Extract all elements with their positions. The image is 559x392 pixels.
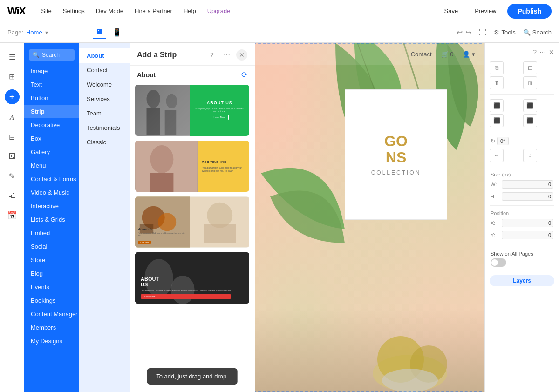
close-panel-icon[interactable]: ✕ (549, 48, 554, 56)
redo-icon[interactable]: ↪ (465, 28, 471, 37)
components-icon[interactable]: ⊞ (4, 68, 20, 85)
thumb3-desc: I'm a paragraph. Click here to add your … (138, 232, 187, 237)
nav-help[interactable]: Help (183, 6, 197, 16)
sub-item-services[interactable]: Services (79, 92, 130, 106)
layers-button[interactable]: Layers (490, 275, 554, 286)
crop-icon[interactable]: ⊡ (523, 61, 537, 74)
strip-thumb-1[interactable]: ABOUT US I'm a paragraph. Click here to … (135, 85, 249, 136)
page-home-link[interactable]: Home (26, 29, 42, 36)
align-top-icon[interactable]: ⬛ (490, 114, 504, 127)
write-icon[interactable]: ✎ (4, 168, 20, 184)
panel-item-box[interactable]: Box (24, 132, 79, 145)
sub-item-testimonials[interactable]: Testimonials (79, 121, 130, 135)
publish-button[interactable]: Publish (507, 4, 552, 19)
dots-icon[interactable]: ⋯ (539, 48, 546, 56)
show-all-toggle[interactable] (491, 258, 506, 267)
panel-item-bookings[interactable]: Bookings (24, 294, 79, 307)
panel-item-decorative[interactable]: Decorative (24, 118, 79, 132)
close-icon[interactable]: ✕ (236, 49, 247, 61)
nav-devmode[interactable]: Dev Mode (95, 6, 124, 16)
panel-item-social[interactable]: Social (24, 240, 79, 253)
desktop-icon[interactable]: 🖥 (93, 26, 106, 39)
strip-thumb-4[interactable]: ABOUTUS I'm a paragraph. Click here to a… (135, 252, 249, 304)
strip-thumb-2[interactable]: Add Your Title I'm a paragraph. Click he… (135, 141, 249, 192)
nav-settings[interactable]: Settings (62, 6, 86, 16)
blog-icon[interactable]: 📅 (4, 207, 20, 223)
main-area: ☰ ⊞ + 𝐴 ⊟ 🖼 ✎ 🛍 📅 🔍 Search Image Text Bu… (0, 43, 559, 392)
panel-item-video[interactable]: Video & Music (24, 186, 79, 199)
panel-item-members[interactable]: Members (24, 321, 79, 334)
height-label: H: (491, 194, 500, 199)
refresh-icon[interactable]: ⟳ (241, 70, 247, 79)
sub-item-about[interactable]: About (79, 48, 130, 63)
nav-hire[interactable]: Hire a Partner (134, 6, 173, 16)
mobile-icon[interactable]: 📱 (109, 26, 124, 39)
svg-rect-4 (165, 110, 176, 135)
width-value[interactable]: 0 (502, 180, 553, 189)
rotation-value: 0° (497, 137, 509, 145)
undo-icon[interactable]: ↩ (457, 28, 463, 37)
panel-item-menu[interactable]: Menu (24, 159, 79, 172)
canvas[interactable]: Contact 🛒 0 👤 ▾ GONS COLLECTION (255, 43, 484, 392)
sub-item-welcome[interactable]: Welcome (79, 77, 130, 92)
flip-v-icon[interactable]: ↕ (523, 149, 537, 162)
panel-item-gallery[interactable]: Gallery (24, 145, 79, 159)
panel-item-contact[interactable]: Contact & Forms (24, 172, 79, 186)
store-icon[interactable]: 🛍 (4, 187, 20, 204)
nav-upgrade[interactable]: Upgrade (206, 6, 232, 16)
themes-icon[interactable]: 𝐴 (4, 109, 20, 126)
wix-logo: WiX (7, 5, 25, 17)
device-icons: 🖥 📱 (93, 26, 124, 39)
panel-search[interactable]: 🔍 Search (29, 49, 75, 61)
height-value[interactable]: 0 (502, 192, 553, 201)
cart-icon: 🛒 0 (441, 51, 454, 58)
panel-item-events[interactable]: Events (24, 280, 79, 294)
nav-site[interactable]: Site (40, 6, 52, 16)
add-element-button[interactable]: + (5, 89, 20, 104)
preview-button[interactable]: Preview (469, 5, 502, 17)
panel-item-strip[interactable]: Strip (24, 105, 79, 118)
panel-item-image[interactable]: Image (24, 64, 79, 78)
canvas-sofa-area (255, 308, 484, 392)
panel-item-interactive[interactable]: Interactive (24, 199, 79, 213)
sub-item-contact[interactable]: Contact (79, 63, 130, 77)
move-up-icon[interactable]: ⬆ (490, 76, 504, 89)
panel-item-blog[interactable]: Blog (24, 267, 79, 280)
sub-item-classic[interactable]: Classic (79, 135, 130, 149)
divider-4 (490, 205, 554, 206)
delete-icon[interactable]: 🗑 (523, 76, 537, 89)
panel-item-text[interactable]: Text (24, 78, 79, 91)
expand-icon[interactable]: ⛶ (479, 28, 486, 37)
copy-icon[interactable]: ⧉ (490, 61, 504, 74)
panel-item-mydesigns[interactable]: My Designs (24, 334, 79, 348)
panel-item-store[interactable]: Store (24, 253, 79, 267)
question-icon[interactable]: ? (533, 48, 537, 56)
panel-item-lists[interactable]: Lists & Grids (24, 213, 79, 226)
strip-panel-title: Add a Strip (137, 51, 177, 59)
right-icon-group-2: ⬛ ⬛ ⬛ ⬛ (485, 97, 559, 129)
right-icon-group-3: ↔ ↕ (485, 147, 559, 164)
help-icon[interactable]: ? (206, 49, 218, 61)
sub-item-team[interactable]: Team (79, 106, 130, 121)
tools-button[interactable]: ⚙ Tools (494, 29, 515, 36)
align-bottom-icon[interactable]: ⬛ (523, 114, 537, 127)
strip-thumb-3[interactable]: About Us I'm a paragraph. Click here to … (135, 196, 249, 248)
align-right-icon[interactable]: ⬛ (523, 99, 537, 112)
panel-item-content[interactable]: Content Manager (24, 307, 79, 321)
save-button[interactable]: Save (439, 5, 464, 17)
pages-icon[interactable]: ☰ (4, 48, 20, 65)
search-icon: 🔍 (33, 52, 40, 58)
svg-point-2 (166, 94, 177, 108)
panel-item-embed[interactable]: Embed (24, 226, 79, 240)
y-value[interactable]: 0 (502, 231, 553, 239)
flip-h-icon[interactable]: ↔ (490, 149, 504, 162)
chevron-down-icon[interactable]: ▾ (45, 29, 48, 36)
grid-icon[interactable]: ⋯ (221, 49, 232, 61)
media-icon[interactable]: 🖼 (4, 148, 20, 165)
x-value[interactable]: 0 (502, 219, 553, 227)
strip-thumbnails: ABOUT US I'm a paragraph. Click here to … (130, 83, 255, 392)
apps-icon[interactable]: ⊟ (4, 128, 20, 145)
search-button[interactable]: 🔍 Search (523, 29, 552, 36)
panel-item-button[interactable]: Button (24, 91, 79, 105)
align-left-icon[interactable]: ⬛ (490, 99, 504, 112)
